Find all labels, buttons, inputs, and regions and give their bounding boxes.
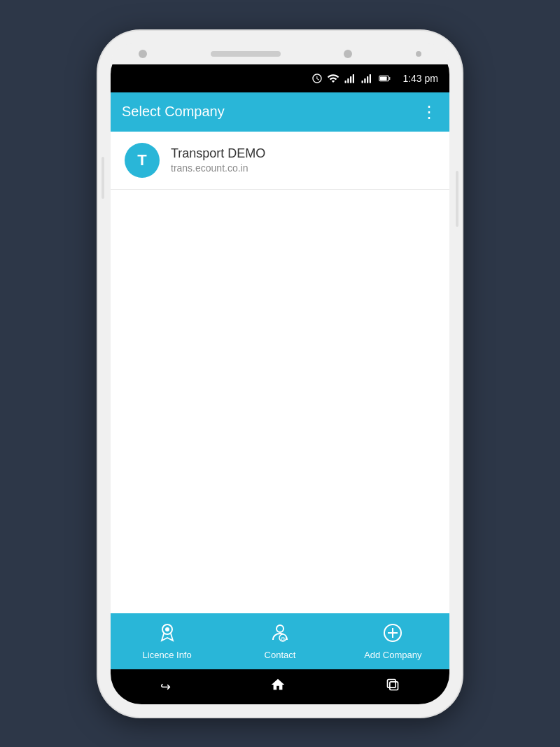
wifi-icon [327,72,340,85]
add-company-button[interactable]: Add Company [337,617,449,666]
svg-text:@: @ [281,636,286,641]
svg-rect-7 [370,74,371,83]
phone-screen: 1:43 pm Select Company ⋮ T Transport DEM… [111,43,449,704]
app-bar-title: Select Company [122,104,225,120]
add-company-label: Add Company [364,650,421,660]
svg-rect-6 [367,76,368,83]
svg-rect-9 [380,76,387,80]
company-avatar: T [125,143,160,178]
recents-button[interactable] [386,678,400,695]
status-icons: 1:43 pm [312,72,438,85]
phone-shell: 1:43 pm Select Company ⋮ T Transport DEM… [98,31,462,717]
licence-info-button[interactable]: Licence Info [111,617,223,666]
app-bar: Select Company ⋮ [111,92,449,132]
sensor-dot2 [416,51,421,57]
camera-dot [139,50,147,58]
back-button[interactable]: ↩ [160,679,171,694]
company-info: Transport DEMO trans.ecount.co.in [171,146,265,174]
signal-icon1 [344,72,356,85]
svg-rect-0 [345,81,346,83]
licence-icon [157,622,178,647]
volume-button [102,157,104,199]
licence-info-label: Licence Info [143,650,192,660]
svg-point-11 [165,627,169,631]
svg-point-12 [276,625,284,632]
sensor-dot [344,50,352,58]
power-button [456,171,458,227]
status-bar: 1:43 pm [111,64,449,92]
company-url: trans.ecount.co.in [171,162,265,174]
clock-icon [312,73,323,84]
battery-icon [377,72,393,85]
svg-rect-1 [348,78,349,83]
company-list: T Transport DEMO trans.ecount.co.in [111,132,449,613]
company-name: Transport DEMO [171,146,265,161]
phone-top-decoration [111,43,449,64]
signal-icon2 [360,72,373,85]
contact-label: Contact [265,650,296,660]
svg-rect-18 [387,680,396,688]
speaker-grill [211,51,281,57]
contact-icon: @ [270,622,290,647]
status-time: 1:43 pm [402,73,438,84]
home-button[interactable] [270,677,286,696]
more-options-button[interactable]: ⋮ [421,102,438,122]
contact-button[interactable]: @ Contact [223,617,336,666]
add-company-icon [382,622,403,647]
svg-rect-4 [362,81,363,83]
bottom-nav: Licence Info @ Contact [111,613,449,669]
android-nav-bar: ↩ [111,669,449,704]
svg-rect-3 [353,74,354,83]
company-item[interactable]: T Transport DEMO trans.ecount.co.in [111,132,449,190]
svg-rect-5 [365,78,366,83]
svg-rect-2 [350,76,351,83]
svg-rect-19 [390,682,398,690]
